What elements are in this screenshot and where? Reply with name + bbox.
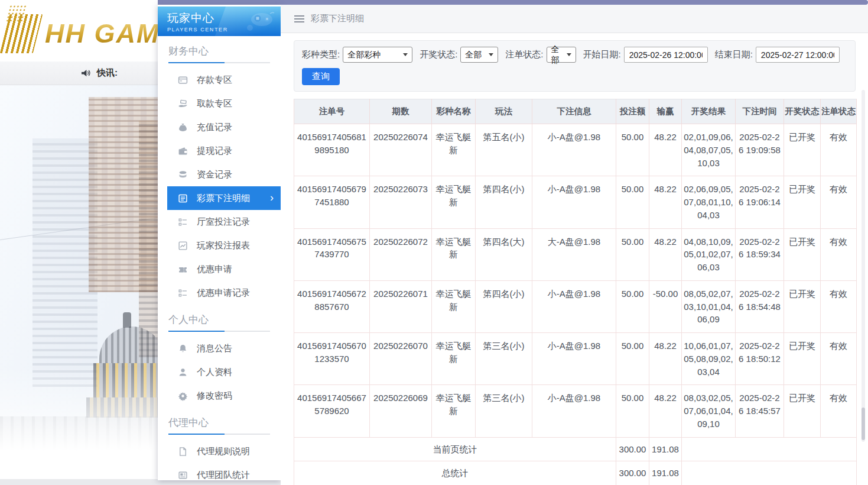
bell-icon — [178, 344, 188, 354]
checklist-icon — [178, 217, 188, 227]
sidebar-section-title: 财务中心 — [158, 38, 281, 58]
sidebar-item-agent-rules[interactable]: 代理规则说明 — [167, 439, 281, 463]
section-underline — [168, 331, 270, 332]
end-date-label: 结束日期: — [715, 49, 753, 60]
cell-bet-time: 2025-02-26 19:06:14 — [736, 176, 784, 228]
cell-bet-no: 401569174056819895180 — [294, 124, 370, 176]
cell-draw-status: 已开奖 — [784, 280, 821, 332]
cell-period: 20250226070 — [370, 333, 432, 385]
col-bet-time: 下注时间 — [736, 99, 784, 124]
ticket-icon — [178, 264, 188, 274]
summary-winloss-total: 191.08 — [649, 437, 682, 461]
sidebar-item-funds-records[interactable]: 资金记录 — [167, 163, 281, 186]
sidebar-item-change-password[interactable]: 修改密码 — [167, 384, 281, 408]
filter-panel: 彩种类型: 全部彩种 开奖状态: 全部 注单状态: 全部 开始日期: 结束日期: — [294, 40, 856, 92]
table-row: 40156917405681989518020250226074幸运飞艇新第五名… — [294, 124, 857, 176]
col-bet-info: 下注信息 — [532, 99, 616, 124]
wallet-icon — [178, 146, 188, 156]
section-items: 消息公告个人资料修改密码 — [158, 332, 281, 410]
order-status-select[interactable]: 全部 — [547, 47, 576, 63]
col-bet-no: 注单号 — [294, 99, 370, 124]
cell-bet-time: 2025-02-26 19:09:58 — [736, 124, 784, 176]
sidebar-item-messages[interactable]: 消息公告 — [167, 337, 281, 360]
end-date-input[interactable] — [756, 47, 840, 63]
sidebar-item-room-bet-records[interactable]: 厅室投注记录 — [167, 210, 281, 234]
sidebar-item-promo-apply-records[interactable]: 优惠申请记录 — [167, 281, 281, 305]
sidebar-item-withdrawal-records[interactable]: 提现记录 — [167, 139, 281, 163]
cell-bet-no: 401569174056701233570 — [294, 333, 370, 385]
vertical-scrollbar[interactable] — [862, 90, 865, 442]
sidebar-item-agent-team-stats[interactable]: 代理团队统计 — [167, 463, 281, 485]
cell-bet-info: 小-A盘@1.98 — [532, 385, 616, 437]
sidebar-item-promo-apply[interactable]: 优惠申请 — [167, 257, 281, 281]
cell-bet-no: 401569174056797451880 — [294, 176, 370, 228]
order-status-label: 注单状态: — [505, 49, 543, 60]
col-order-status: 注单状态 — [821, 99, 857, 124]
cell-bet-no: 401569174056675789620 — [294, 385, 370, 437]
summary-label: 当前页统计 — [294, 437, 616, 461]
col-draw-status: 开奖状态 — [784, 99, 821, 124]
cell-win-loss: 48.22 — [649, 176, 682, 228]
table-header-row: 注单号 期数 彩种名称 玩法 下注信息 投注额 输赢 开奖结果 下注时间 开奖状… — [294, 99, 857, 124]
cell-play: 第三名(小) — [476, 385, 532, 437]
sidebar-item-lottery-bet-details[interactable]: 彩票下注明细› — [167, 186, 281, 210]
chevron-right-icon: › — [270, 192, 274, 204]
sidebar-item-label: 充值记录 — [197, 122, 232, 133]
cell-draw-status: 已开奖 — [784, 124, 821, 176]
menu-toggle-icon[interactable] — [294, 15, 304, 22]
start-date-label: 开始日期: — [583, 49, 621, 60]
lottery-type-label: 彩种类型: — [302, 49, 340, 60]
cell-bet-amount: 50.00 — [616, 385, 649, 437]
cell-bet-info: 小-A盘@1.98 — [532, 333, 616, 385]
cell-bet-info: 小-A盘@1.98 — [532, 280, 616, 332]
top-accent-bar — [158, 0, 868, 5]
list-doc-icon — [178, 193, 188, 203]
lottery-type-select[interactable]: 全部彩种 — [343, 47, 412, 63]
cell-play: 第三名(小) — [476, 333, 532, 385]
gamepad-icon — [242, 11, 275, 35]
cell-draw-status: 已开奖 — [784, 385, 821, 437]
speaker-icon — [80, 69, 92, 77]
cell-bet-info: 小-A盘@1.98 — [532, 124, 616, 176]
cell-draw-result: 04,08,10,09,05,01,02,07,06,03 — [682, 228, 736, 280]
cell-bet-amount: 50.00 — [616, 280, 649, 332]
start-date-input[interactable] — [624, 47, 708, 63]
sidebar-item-label: 厅室投注记录 — [197, 216, 250, 228]
summary-empty — [682, 437, 857, 461]
sidebar-item-label: 提现记录 — [197, 146, 232, 157]
cell-draw-status: 已开奖 — [784, 176, 821, 228]
cell-order-status: 有效 — [821, 333, 857, 385]
cell-period: 20250226071 — [370, 280, 432, 332]
query-button[interactable]: 查询 — [302, 68, 340, 85]
document-icon — [178, 447, 188, 457]
caret-down-icon — [489, 53, 493, 56]
cell-lottery-name: 幸运飞艇新 — [432, 124, 476, 176]
gear-icon — [178, 391, 188, 401]
user-icon — [178, 367, 188, 377]
sidebar-item-profile[interactable]: 个人资料 — [167, 360, 281, 384]
sidebar-header: 玩家中心 PLAYERS CENTER — [158, 7, 281, 36]
cell-play: 第五名(小) — [476, 124, 532, 176]
sidebar-item-recharge-records[interactable]: 充值记录 — [167, 115, 281, 139]
chart-icon — [178, 241, 188, 251]
summary-bet-total: 300.00 — [616, 461, 649, 485]
scrollbar-thumb[interactable] — [862, 408, 865, 440]
site-logo[interactable]: HH GAME — [5, 14, 179, 53]
cell-order-status: 有效 — [821, 280, 857, 332]
cell-draw-result: 02,01,09,06,04,08,07,05,10,03 — [682, 124, 736, 176]
sidebar-item-label: 代理规则说明 — [197, 446, 250, 457]
summary-winloss-total: 191.08 — [649, 461, 682, 485]
section-items: 代理规则说明代理团队统计 — [158, 435, 281, 485]
cell-lottery-name: 幸运飞艇新 — [432, 385, 476, 437]
cell-bet-time: 2025-02-26 18:59:34 — [736, 228, 784, 280]
cell-win-loss: 48.22 — [649, 385, 682, 437]
cell-period: 20250226074 — [370, 124, 432, 176]
cell-bet-amount: 50.00 — [616, 333, 649, 385]
sidebar-item-deposit-zone[interactable]: 存款专区 — [167, 68, 281, 92]
sidebar-item-player-bet-report[interactable]: 玩家投注报表 — [167, 234, 281, 257]
sidebar-item-withdraw-zone[interactable]: 取款专区 — [167, 92, 281, 115]
cell-bet-amount: 50.00 — [616, 124, 649, 176]
draw-status-select[interactable]: 全部 — [460, 47, 498, 63]
sidebar-section-title: 代理中心 — [158, 410, 281, 429]
cell-bet-no: 401569174056728857670 — [294, 280, 370, 332]
